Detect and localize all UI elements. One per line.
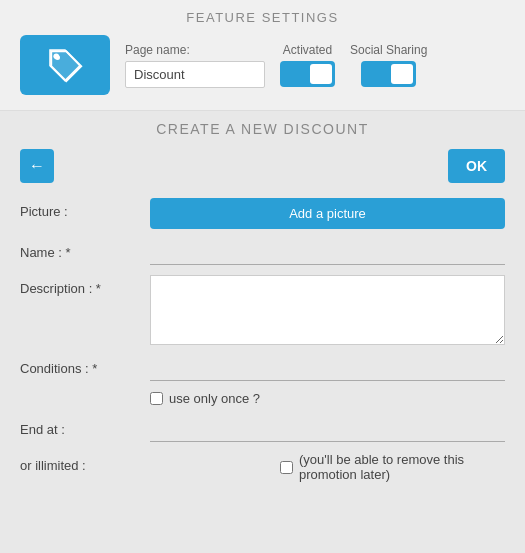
conditions-input[interactable] — [150, 355, 505, 381]
illimited-checkbox-row: (you'll be able to remove this promotion… — [280, 452, 505, 482]
create-discount-title: CREATE A NEW DISCOUNT — [20, 121, 505, 137]
page-name-group: Page name: — [125, 43, 265, 88]
use-only-once-label: use only once ? — [169, 391, 260, 406]
description-label: Description : * — [20, 275, 150, 296]
tag-icon — [45, 45, 85, 85]
feature-settings-row: Page name: Activated Social Sharing — [20, 35, 505, 95]
illimited-label: or illimited : — [20, 452, 150, 473]
activated-label: Activated — [283, 43, 332, 57]
activated-toggle-group: Activated — [280, 43, 335, 87]
page-name-label: Page name: — [125, 43, 265, 57]
feature-settings-title: FEATURE SETTINGS — [20, 10, 505, 25]
back-button[interactable]: ← — [20, 149, 54, 183]
end-at-label: End at : — [20, 416, 150, 437]
use-only-once-checkbox[interactable] — [150, 392, 163, 405]
use-only-once-row: use only once ? — [150, 391, 505, 406]
name-label: Name : * — [20, 239, 150, 260]
conditions-input-wrapper — [150, 355, 505, 381]
picture-label: Picture : — [20, 198, 150, 219]
picture-row: Picture : Add a picture — [20, 198, 505, 229]
page-name-input[interactable] — [125, 61, 265, 88]
ok-button[interactable]: OK — [448, 149, 505, 183]
activated-toggle[interactable] — [280, 61, 335, 87]
illimited-row: or illimited : (you'll be able to remove… — [20, 452, 505, 482]
illimited-checkbox-label: (you'll be able to remove this promotion… — [299, 452, 505, 482]
end-at-input[interactable] — [150, 416, 505, 442]
name-row: Name : * — [20, 239, 505, 265]
social-sharing-toggle[interactable] — [361, 61, 416, 87]
illimited-checkbox[interactable] — [280, 461, 293, 474]
end-at-input-wrapper — [150, 416, 505, 442]
description-row: Description : * — [20, 275, 505, 345]
social-sharing-toggle-group: Social Sharing — [350, 43, 427, 87]
create-discount-section: CREATE A NEW DISCOUNT ← OK Picture : Add… — [0, 111, 525, 512]
name-input-wrapper — [150, 239, 505, 265]
svg-point-1 — [53, 53, 59, 59]
end-at-row: End at : — [20, 416, 505, 442]
add-picture-button[interactable]: Add a picture — [150, 198, 505, 229]
conditions-row: Conditions : * — [20, 355, 505, 381]
description-textarea[interactable] — [150, 275, 505, 345]
nav-row: ← OK — [20, 149, 505, 183]
social-sharing-label: Social Sharing — [350, 43, 427, 57]
name-input[interactable] — [150, 239, 505, 265]
social-sharing-toggle-knob — [391, 64, 413, 84]
feature-settings-section: FEATURE SETTINGS Page name: Activated So… — [0, 0, 525, 111]
conditions-label: Conditions : * — [20, 355, 150, 376]
activated-toggle-knob — [310, 64, 332, 84]
feature-icon-box — [20, 35, 110, 95]
